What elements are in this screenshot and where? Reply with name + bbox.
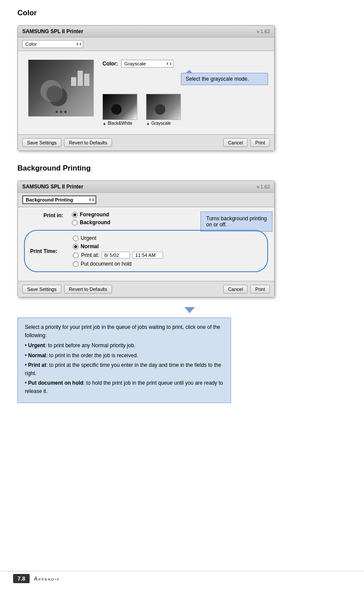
bg-tooltip-text: Turns background printing on or off. xyxy=(206,215,267,228)
bg-tooltip-arrow xyxy=(184,307,195,313)
print-time-container: Print Time: Urgent Normal Pr xyxy=(24,230,268,272)
color-save-button[interactable]: Save Settings xyxy=(22,138,61,147)
foreground-radio[interactable] xyxy=(72,212,78,218)
normal-option[interactable]: Normal xyxy=(73,243,259,249)
hold-option[interactable]: Put document on hold xyxy=(73,261,259,267)
bg-dialog-body: Print in: Foreground Background Turns ba… xyxy=(18,207,274,281)
bg-print-button[interactable]: Print xyxy=(250,285,270,294)
color-tooltip-balloon: Select the grayscale mode. xyxy=(181,73,268,85)
bw-thumbnail-item: ▲ Black&White xyxy=(102,94,137,126)
footer-text: Appendix xyxy=(34,576,60,582)
print-at-time-field[interactable] xyxy=(133,252,163,259)
color-settings-panel: Color: Grayscale Select the grayscale mo… xyxy=(102,60,264,126)
color-print-button[interactable]: Print xyxy=(250,138,270,147)
bg-dialog-version: v 1.62 xyxy=(257,184,270,189)
color-dialog-footer: Save Settings Revert to Defaults Cancel … xyxy=(18,135,274,150)
bg-cancel-button[interactable]: Cancel xyxy=(223,285,248,294)
background-option[interactable]: Background xyxy=(72,219,110,225)
background-radio[interactable] xyxy=(72,220,78,225)
print-in-row: Print in: Foreground Background Turns ba… xyxy=(24,212,268,225)
bg-tooltip-balloon: Turns background printing on or off. xyxy=(201,212,272,232)
bg-dialog-titlebar: SAMSUNG SPL II Printer v 1.62 xyxy=(18,181,274,193)
color-label: Color: xyxy=(102,61,118,67)
urgent-radio[interactable] xyxy=(73,236,78,241)
urgent-label: Urgent xyxy=(81,235,96,241)
bg-section-title: Background Printing xyxy=(17,164,347,173)
print-at-date-field[interactable] xyxy=(102,252,130,259)
bg-dialog: SAMSUNG SPL II Printer v 1.62 Background… xyxy=(17,181,275,297)
color-tooltip-text: Select the grayscale mode. xyxy=(186,76,249,82)
urgent-option[interactable]: Urgent xyxy=(73,235,259,241)
print-at-option[interactable]: Print at: xyxy=(73,252,259,259)
bg-dropdown-value: Background Printing xyxy=(26,197,73,202)
info-normal-val: : to print in the order the job is recei… xyxy=(46,352,138,359)
grayscale-thumbnail xyxy=(146,94,181,120)
color-section-title: Color xyxy=(17,9,347,17)
footer-badge: 7.8 xyxy=(13,574,30,583)
print-time-oval: Urgent Normal Print at: xyxy=(24,230,268,272)
info-intro: Select a priority for your print job in … xyxy=(25,323,224,340)
bw-thumbnail xyxy=(102,94,137,120)
bg-revert-button[interactable]: Revert to Defaults xyxy=(64,285,112,294)
color-dialog-body: Color: Grayscale Select the grayscale mo… xyxy=(18,51,274,135)
bw-caption: ▲ Black&White xyxy=(102,121,137,126)
info-hold-key: Put document on hold xyxy=(28,380,84,386)
color-panel-dropdown[interactable]: Color xyxy=(22,40,83,48)
print-in-label: Print in: xyxy=(24,212,63,219)
info-urgent-key: Urgent xyxy=(28,342,45,348)
info-printat-key: Print at xyxy=(28,362,46,368)
info-item-print-at: Print at: to print at the specific time … xyxy=(25,361,224,378)
grayscale-thumbnail-item: ▲ Grayscale xyxy=(146,94,181,126)
print-time-options: Urgent Normal Print at: xyxy=(73,235,259,267)
color-dropdown-value: Color xyxy=(25,41,37,47)
background-label: Background xyxy=(80,219,110,225)
color-dropdown-selected: Grayscale xyxy=(124,61,146,66)
color-revert-button[interactable]: Revert to Defaults xyxy=(64,138,112,147)
info-urgent-val: : to print before any Normal priority jo… xyxy=(45,342,135,348)
normal-label: Normal xyxy=(81,243,99,249)
preview-bars xyxy=(71,64,89,86)
normal-radio[interactable] xyxy=(73,244,78,249)
info-normal-key: Normal xyxy=(28,352,46,359)
bg-save-button[interactable]: Save Settings xyxy=(22,285,61,294)
bg-dialog-title: SAMSUNG SPL II Printer xyxy=(22,184,83,190)
color-dialog-title: SAMSUNG SPL II Printer xyxy=(22,28,83,34)
preview-dots xyxy=(56,111,67,113)
bg-panel-dropdown[interactable]: Background Printing xyxy=(22,195,96,204)
gs-label: Grayscale xyxy=(151,121,171,126)
color-dialog-version: v 1.62 xyxy=(257,29,270,34)
gs-caption: ▲ Grayscale xyxy=(146,121,181,126)
color-value-dropdown[interactable]: Grayscale xyxy=(121,60,173,68)
print-in-options: Foreground Background xyxy=(72,212,110,225)
info-list: Urgent: to print before any Normal prior… xyxy=(25,342,224,396)
foreground-label: Foreground xyxy=(80,212,109,218)
hold-label: Put document on hold xyxy=(81,261,132,267)
hold-radio[interactable] xyxy=(73,261,78,267)
bw-label: Black&White xyxy=(108,121,133,126)
print-time-label: Print Time: xyxy=(30,248,57,254)
bg-dialog-footer: Save Settings Revert to Defaults Cancel … xyxy=(18,281,274,297)
foreground-option[interactable]: Foreground xyxy=(72,212,110,218)
info-item-urgent: Urgent: to print before any Normal prior… xyxy=(25,342,224,350)
info-printat-val: : to print at the specific time you ente… xyxy=(25,362,221,376)
print-at-radio[interactable] xyxy=(73,253,78,258)
bg-info-box: Select a priority for your print job in … xyxy=(17,318,231,403)
color-cancel-button[interactable]: Cancel xyxy=(223,138,248,147)
page-footer: 7.8 Appendix xyxy=(0,571,364,583)
color-dialog: SAMSUNG SPL II Printer v 1.62 Color xyxy=(17,25,275,151)
info-item-hold: Put document on hold: to hold the print … xyxy=(25,379,224,396)
color-dialog-titlebar: SAMSUNG SPL II Printer v 1.62 xyxy=(18,26,274,38)
info-item-normal: Normal: to print in the order the job is… xyxy=(25,352,224,360)
color-preview-image xyxy=(28,60,94,116)
print-at-label: Print at: xyxy=(81,252,99,258)
